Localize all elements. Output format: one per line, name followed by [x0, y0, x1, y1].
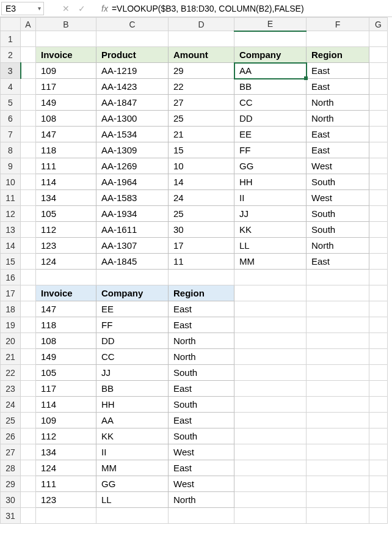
cell-E7[interactable]: EE	[234, 127, 307, 142]
cell-E26[interactable]	[234, 428, 307, 444]
row-header-12[interactable]: 12	[1, 206, 21, 222]
cell-F7[interactable]: East	[307, 127, 369, 142]
row-header-23[interactable]: 23	[1, 381, 21, 397]
cell-G28[interactable]	[369, 460, 388, 476]
cell-F31[interactable]	[307, 508, 369, 524]
cell-C3[interactable]: AA-1219	[96, 63, 169, 79]
row-header-10[interactable]: 10	[1, 174, 21, 190]
row-header-9[interactable]: 9	[1, 158, 21, 174]
cell-E23[interactable]	[234, 381, 307, 397]
column-header-A[interactable]: A	[21, 18, 36, 31]
formula-input[interactable]: =VLOOKUP($B3, B18:D30, COLUMN(B2),FALSE)	[112, 4, 392, 13]
cell-B21[interactable]: 149	[36, 349, 96, 365]
cell-G16[interactable]	[369, 270, 388, 285]
cell-G22[interactable]	[369, 365, 388, 381]
cell-D13[interactable]: 30	[169, 222, 234, 238]
cell-D8[interactable]: 15	[169, 142, 234, 158]
row-header-30[interactable]: 30	[1, 492, 21, 508]
cell-D5[interactable]: 27	[169, 95, 234, 111]
cell-C4[interactable]: AA-1423	[96, 79, 169, 95]
row-header-14[interactable]: 14	[1, 238, 21, 254]
cell-G23[interactable]	[369, 381, 388, 397]
column-header-C[interactable]: C	[96, 18, 169, 31]
name-box[interactable]: E3 ▾	[1, 2, 44, 15]
row-header-13[interactable]: 13	[1, 222, 21, 238]
cell-A3[interactable]	[21, 63, 36, 79]
cell-B8[interactable]: 118	[36, 142, 96, 158]
cell-B29[interactable]: 111	[36, 476, 96, 492]
cell-E1[interactable]	[234, 31, 307, 47]
cell-B22[interactable]: 105	[36, 365, 96, 381]
cell-F23[interactable]	[307, 381, 369, 397]
cell-F12[interactable]: South	[307, 206, 369, 222]
cell-E19[interactable]	[234, 317, 307, 333]
cell-B27[interactable]: 134	[36, 444, 96, 460]
cell-E22[interactable]	[234, 365, 307, 381]
cell-A12[interactable]	[21, 206, 36, 222]
cell-G3[interactable]	[369, 63, 388, 79]
cell-D21[interactable]: North	[169, 349, 234, 365]
cell-E25[interactable]	[234, 413, 307, 428]
cell-B14[interactable]: 123	[36, 238, 96, 254]
cell-G24[interactable]	[369, 397, 388, 413]
cell-A23[interactable]	[21, 381, 36, 397]
cell-B13[interactable]: 112	[36, 222, 96, 238]
cell-A31[interactable]	[21, 508, 36, 524]
cell-E6[interactable]: DD	[234, 111, 307, 127]
row-header-18[interactable]: 18	[1, 301, 21, 317]
cell-C26[interactable]: KK	[96, 428, 169, 444]
cell-E17[interactable]	[234, 285, 307, 301]
cell-G8[interactable]	[369, 142, 388, 158]
cell-C8[interactable]: AA-1309	[96, 142, 169, 158]
cell-D27[interactable]: West	[169, 444, 234, 460]
cell-C15[interactable]: AA-1845	[96, 254, 169, 270]
cell-D18[interactable]: East	[169, 301, 234, 317]
cell-E2[interactable]: Company	[234, 47, 307, 63]
row-header-27[interactable]: 27	[1, 444, 21, 460]
cell-C16[interactable]	[96, 270, 169, 285]
cell-B30[interactable]: 123	[36, 492, 96, 508]
cell-F28[interactable]	[307, 460, 369, 476]
cell-C7[interactable]: AA-1534	[96, 127, 169, 142]
cell-B6[interactable]: 108	[36, 111, 96, 127]
cell-E24[interactable]	[234, 397, 307, 413]
cell-G15[interactable]	[369, 254, 388, 270]
cell-A20[interactable]	[21, 333, 36, 349]
cell-D16[interactable]	[169, 270, 234, 285]
cell-E28[interactable]	[234, 460, 307, 476]
cell-F24[interactable]	[307, 397, 369, 413]
cell-C6[interactable]: AA-1300	[96, 111, 169, 127]
row-header-16[interactable]: 16	[1, 270, 21, 285]
cell-D3[interactable]: 29	[169, 63, 234, 79]
row-header-20[interactable]: 20	[1, 333, 21, 349]
row-header-29[interactable]: 29	[1, 476, 21, 492]
cell-E18[interactable]	[234, 301, 307, 317]
cell-C27[interactable]: II	[96, 444, 169, 460]
cell-A7[interactable]	[21, 127, 36, 142]
cell-B5[interactable]: 149	[36, 95, 96, 111]
cell-B7[interactable]: 147	[36, 127, 96, 142]
cell-D2[interactable]: Amount	[169, 47, 234, 63]
cell-D17[interactable]: Region	[169, 285, 234, 301]
cell-A13[interactable]	[21, 222, 36, 238]
cell-D10[interactable]: 14	[169, 174, 234, 190]
cell-C14[interactable]: AA-1307	[96, 238, 169, 254]
row-header-2[interactable]: 2	[1, 47, 21, 63]
cell-G13[interactable]	[369, 222, 388, 238]
cell-D7[interactable]: 21	[169, 127, 234, 142]
cell-G30[interactable]	[369, 492, 388, 508]
cell-D20[interactable]: North	[169, 333, 234, 349]
cell-A8[interactable]	[21, 142, 36, 158]
cell-D26[interactable]: South	[169, 428, 234, 444]
row-header-8[interactable]: 8	[1, 142, 21, 158]
row-header-3[interactable]: 3	[1, 63, 21, 79]
cell-G1[interactable]	[369, 31, 388, 47]
cell-A11[interactable]	[21, 190, 36, 206]
cell-F26[interactable]	[307, 428, 369, 444]
cell-A21[interactable]	[21, 349, 36, 365]
cell-A22[interactable]	[21, 365, 36, 381]
cell-F22[interactable]	[307, 365, 369, 381]
cell-G20[interactable]	[369, 333, 388, 349]
cell-C11[interactable]: AA-1583	[96, 190, 169, 206]
cell-C21[interactable]: CC	[96, 349, 169, 365]
